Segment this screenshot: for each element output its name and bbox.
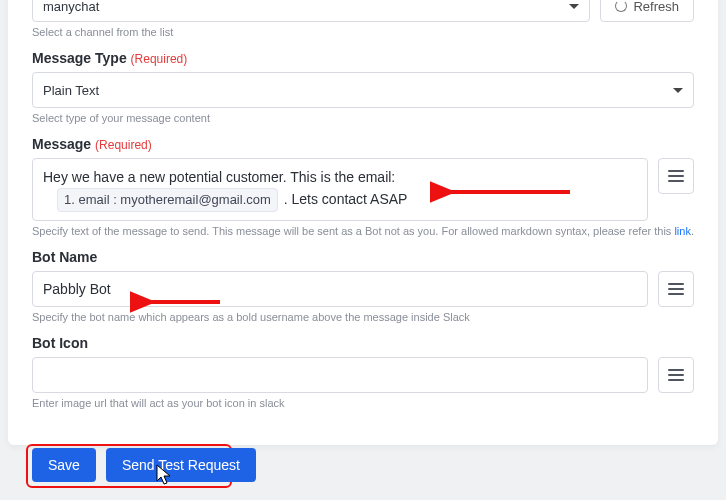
markdown-link[interactable]: link xyxy=(674,225,691,237)
message-options-button[interactable] xyxy=(658,158,694,194)
channel-selected-value: manychat xyxy=(43,0,99,14)
bot-name-input[interactable]: Pabbly Bot xyxy=(32,271,648,307)
message-type-label: Message Type (Required) xyxy=(32,50,694,66)
action-buttons: Save Send Test Request xyxy=(32,448,256,482)
message-type-select[interactable]: Plain Text xyxy=(32,72,694,108)
bot-name-helper: Specify the bot name which appears as a … xyxy=(32,311,694,323)
message-helper: Specify text of the message to send. Thi… xyxy=(32,225,694,237)
message-type-field: Message Type (Required) Plain Text Selec… xyxy=(32,50,694,124)
chevron-down-icon xyxy=(673,88,683,93)
hamburger-icon xyxy=(668,280,684,298)
refresh-icon xyxy=(615,0,627,12)
hamburger-icon xyxy=(668,167,684,185)
bot-icon-field: Bot Icon Enter image url that will act a… xyxy=(32,335,694,409)
bot-icon-helper: Enter image url that will act as your bo… xyxy=(32,397,694,409)
chevron-down-icon xyxy=(569,4,579,9)
bot-icon-input[interactable] xyxy=(32,357,648,393)
message-type-helper: Select type of your message content xyxy=(32,112,694,124)
required-tag: (Required) xyxy=(131,52,188,66)
channel-field: manychat Refresh Select a channel from t… xyxy=(32,0,694,38)
bot-name-options-button[interactable] xyxy=(658,271,694,307)
channel-select[interactable]: manychat xyxy=(32,0,590,22)
refresh-button[interactable]: Refresh xyxy=(600,0,694,22)
bot-name-label: Bot Name xyxy=(32,249,694,265)
hamburger-icon xyxy=(668,366,684,384)
save-button[interactable]: Save xyxy=(32,448,96,482)
refresh-label: Refresh xyxy=(633,0,679,14)
message-field: Message (Required) Hey we have a new pot… xyxy=(32,136,694,237)
message-text-before: Hey we have a new potential customer. Th… xyxy=(43,169,395,185)
message-input[interactable]: Hey we have a new potential customer. Th… xyxy=(32,158,648,221)
message-type-selected: Plain Text xyxy=(43,83,99,98)
email-chip[interactable]: 1. email : myotheremail@gmail.com xyxy=(57,188,278,212)
message-text-after: . Lets contact ASAP xyxy=(284,191,408,207)
bot-icon-label: Bot Icon xyxy=(32,335,694,351)
message-label: Message (Required) xyxy=(32,136,694,152)
channel-helper: Select a channel from the list xyxy=(32,26,694,38)
required-tag: (Required) xyxy=(95,138,152,152)
send-test-button[interactable]: Send Test Request xyxy=(106,448,256,482)
bot-icon-options-button[interactable] xyxy=(658,357,694,393)
bot-name-field: Bot Name Pabbly Bot Specify the bot name… xyxy=(32,249,694,323)
form-panel: manychat Refresh Select a channel from t… xyxy=(8,0,718,445)
